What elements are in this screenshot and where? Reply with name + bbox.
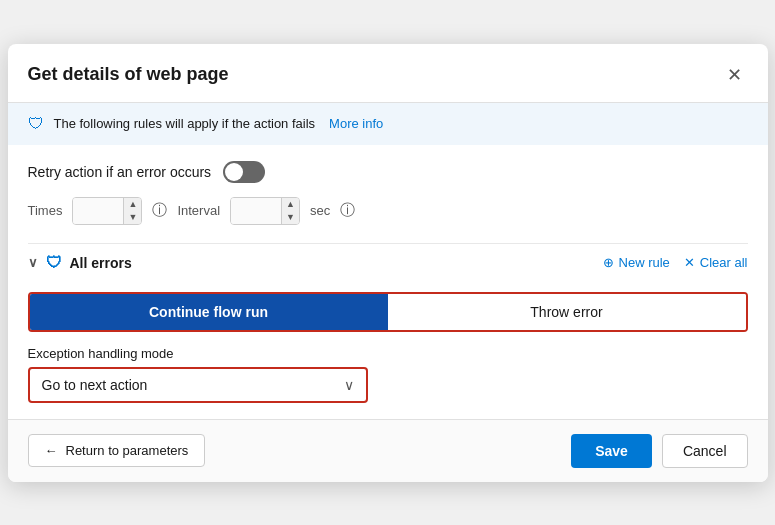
new-rule-button[interactable]: ⊕ New rule: [603, 255, 670, 270]
clear-all-label: Clear all: [700, 255, 748, 270]
toggle-slider: [223, 161, 265, 183]
interval-increment[interactable]: ▲: [281, 198, 299, 211]
dialog-header: Get details of web page ✕: [8, 44, 768, 103]
section-actions: ⊕ New rule ✕ Clear all: [603, 255, 748, 270]
times-info-icon: ⓘ: [152, 201, 167, 220]
interval-label: Interval: [177, 203, 220, 218]
errors-section-title: All errors: [70, 255, 132, 271]
close-button[interactable]: ✕: [721, 62, 748, 88]
return-label: Return to parameters: [66, 443, 189, 458]
save-button[interactable]: Save: [571, 434, 652, 468]
dialog-title: Get details of web page: [28, 64, 229, 85]
return-arrow-icon: ←: [45, 443, 58, 458]
times-spinner[interactable]: 1 ▲ ▼: [72, 197, 142, 225]
times-input[interactable]: 1: [73, 198, 123, 224]
times-increment[interactable]: ▲: [123, 198, 141, 211]
info-banner-text: The following rules will apply if the ac…: [54, 116, 316, 131]
chevron-down-icon[interactable]: ∨: [28, 255, 38, 270]
more-info-link[interactable]: More info: [329, 116, 383, 131]
new-rule-label: New rule: [619, 255, 670, 270]
exception-dropdown-value: Go to next action: [42, 377, 148, 393]
interval-spinner-btns: ▲ ▼: [281, 198, 299, 224]
times-label: Times: [28, 203, 63, 218]
retry-toggle[interactable]: [223, 161, 265, 183]
cancel-button[interactable]: Cancel: [662, 434, 748, 468]
retry-label: Retry action if an error occurs: [28, 164, 212, 180]
throw-error-tab[interactable]: Throw error: [388, 294, 746, 330]
info-banner: 🛡 The following rules will apply if the …: [8, 103, 768, 145]
section-left: ∨ 🛡 All errors: [28, 254, 132, 272]
interval-input[interactable]: 2: [231, 198, 281, 224]
errors-section-header: ∨ 🛡 All errors ⊕ New rule ✕ Clear all: [28, 243, 748, 282]
chevron-down-icon: ∨: [344, 377, 354, 393]
shield-icon: 🛡: [28, 115, 44, 133]
dialog-footer: ← Return to parameters Save Cancel: [8, 419, 768, 482]
times-decrement[interactable]: ▼: [123, 211, 141, 224]
exception-dropdown[interactable]: Go to next action ∨: [28, 367, 368, 403]
retry-row: Retry action if an error occurs: [28, 161, 748, 183]
tab-buttons: Continue flow run Throw error: [28, 292, 748, 332]
new-rule-icon: ⊕: [603, 255, 614, 270]
exception-label: Exception handling mode: [28, 346, 748, 361]
footer-right: Save Cancel: [571, 434, 747, 468]
interval-info-icon: ⓘ: [340, 201, 355, 220]
return-to-parameters-button[interactable]: ← Return to parameters: [28, 434, 206, 467]
times-interval-row: Times 1 ▲ ▼ ⓘ Interval 2 ▲ ▼ sec ⓘ: [28, 197, 748, 225]
shield-filled-icon: 🛡: [46, 254, 62, 272]
interval-spinner[interactable]: 2 ▲ ▼: [230, 197, 300, 225]
clear-all-button[interactable]: ✕ Clear all: [684, 255, 748, 270]
dialog: Get details of web page ✕ 🛡 The followin…: [8, 44, 768, 482]
clear-all-icon: ✕: [684, 255, 695, 270]
dialog-body: Retry action if an error occurs Times 1 …: [8, 145, 768, 419]
unit-label: sec: [310, 203, 330, 218]
continue-flow-tab[interactable]: Continue flow run: [28, 292, 390, 332]
times-spinner-btns: ▲ ▼: [123, 198, 141, 224]
interval-decrement[interactable]: ▼: [281, 211, 299, 224]
